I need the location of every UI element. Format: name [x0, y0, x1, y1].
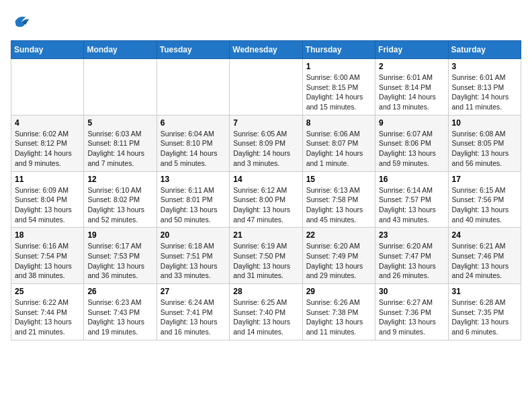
day-info: Sunrise: 6:26 AM Sunset: 7:38 PM Dayligh… [306, 298, 371, 337]
day-number: 27 [161, 287, 226, 296]
day-info: Sunrise: 6:01 AM Sunset: 8:14 PM Dayligh… [379, 73, 444, 112]
calendar-cell: 5Sunrise: 6:03 AM Sunset: 8:11 PM Daylig… [84, 115, 157, 171]
day-info: Sunrise: 6:01 AM Sunset: 8:13 PM Dayligh… [452, 73, 517, 112]
day-number: 6 [161, 118, 226, 128]
day-info: Sunrise: 6:24 AM Sunset: 7:41 PM Dayligh… [161, 298, 226, 337]
day-header-wednesday: Wednesday [230, 41, 302, 59]
calendar-cell: 24Sunrise: 6:21 AM Sunset: 7:46 PM Dayli… [448, 228, 521, 284]
calendar-cell: 27Sunrise: 6:24 AM Sunset: 7:41 PM Dayli… [157, 284, 229, 340]
day-number: 14 [233, 175, 298, 184]
day-info: Sunrise: 6:13 AM Sunset: 7:58 PM Dayligh… [306, 185, 371, 225]
calendar-week-4: 18Sunrise: 6:16 AM Sunset: 7:54 PM Dayli… [11, 228, 521, 284]
calendar-cell: 26Sunrise: 6:23 AM Sunset: 7:43 PM Dayli… [84, 284, 157, 340]
day-info: Sunrise: 6:17 AM Sunset: 7:53 PM Dayligh… [87, 241, 152, 281]
calendar-cell: 4Sunrise: 6:02 AM Sunset: 8:12 PM Daylig… [11, 115, 84, 171]
calendar-cell: 31Sunrise: 6:28 AM Sunset: 7:35 PM Dayli… [448, 284, 521, 340]
day-info: Sunrise: 6:08 AM Sunset: 8:05 PM Dayligh… [452, 129, 517, 169]
day-info: Sunrise: 6:20 AM Sunset: 7:47 PM Dayligh… [379, 241, 444, 281]
day-number: 23 [379, 230, 444, 240]
day-number: 25 [15, 287, 80, 296]
calendar-cell: 8Sunrise: 6:06 AM Sunset: 8:07 PM Daylig… [302, 115, 375, 171]
logo-icon [11, 11, 32, 32]
day-number: 13 [161, 175, 226, 184]
calendar-cell [11, 59, 84, 116]
day-header-saturday: Saturday [448, 41, 521, 59]
calendar-cell: 30Sunrise: 6:27 AM Sunset: 7:36 PM Dayli… [375, 284, 448, 340]
day-info: Sunrise: 6:00 AM Sunset: 8:15 PM Dayligh… [306, 73, 371, 112]
day-number: 11 [15, 175, 80, 184]
day-number: 10 [452, 118, 517, 128]
day-number: 5 [87, 118, 152, 128]
day-number: 17 [452, 175, 517, 184]
day-number: 7 [233, 118, 298, 128]
calendar-cell: 12Sunrise: 6:10 AM Sunset: 8:02 PM Dayli… [84, 171, 157, 228]
day-number: 26 [87, 287, 152, 296]
calendar-cell: 3Sunrise: 6:01 AM Sunset: 8:13 PM Daylig… [448, 59, 521, 116]
day-number: 29 [306, 287, 371, 296]
calendar-cell: 6Sunrise: 6:04 AM Sunset: 8:10 PM Daylig… [157, 115, 229, 171]
day-info: Sunrise: 6:05 AM Sunset: 8:09 PM Dayligh… [233, 129, 298, 169]
day-info: Sunrise: 6:28 AM Sunset: 7:35 PM Dayligh… [452, 298, 517, 337]
calendar-cell: 13Sunrise: 6:11 AM Sunset: 8:01 PM Dayli… [157, 171, 229, 228]
calendar-cell: 1Sunrise: 6:00 AM Sunset: 8:15 PM Daylig… [302, 59, 375, 116]
day-number: 16 [379, 175, 444, 184]
day-header-sunday: Sunday [11, 41, 84, 59]
day-number: 31 [452, 287, 517, 296]
calendar-header-row: SundayMondayTuesdayWednesdayThursdayFrid… [11, 41, 521, 59]
calendar-cell: 17Sunrise: 6:15 AM Sunset: 7:56 PM Dayli… [448, 171, 521, 228]
day-info: Sunrise: 6:03 AM Sunset: 8:11 PM Dayligh… [87, 129, 152, 169]
day-number: 21 [233, 230, 298, 240]
day-number: 20 [161, 230, 226, 240]
calendar-table: SundayMondayTuesdayWednesdayThursdayFrid… [11, 40, 521, 340]
day-number: 1 [306, 62, 371, 71]
calendar-week-3: 11Sunrise: 6:09 AM Sunset: 8:04 PM Dayli… [11, 171, 521, 228]
day-header-tuesday: Tuesday [157, 41, 229, 59]
calendar-week-1: 1Sunrise: 6:00 AM Sunset: 8:15 PM Daylig… [11, 59, 521, 116]
calendar-cell: 10Sunrise: 6:08 AM Sunset: 8:05 PM Dayli… [448, 115, 521, 171]
day-info: Sunrise: 6:09 AM Sunset: 8:04 PM Dayligh… [15, 185, 80, 225]
calendar-week-5: 25Sunrise: 6:22 AM Sunset: 7:44 PM Dayli… [11, 284, 521, 340]
day-info: Sunrise: 6:07 AM Sunset: 8:06 PM Dayligh… [379, 129, 444, 169]
day-info: Sunrise: 6:18 AM Sunset: 7:51 PM Dayligh… [161, 241, 226, 281]
day-number: 18 [15, 230, 80, 240]
calendar-cell: 21Sunrise: 6:19 AM Sunset: 7:50 PM Dayli… [230, 228, 302, 284]
logo [11, 11, 35, 32]
calendar-week-2: 4Sunrise: 6:02 AM Sunset: 8:12 PM Daylig… [11, 115, 521, 171]
day-info: Sunrise: 6:27 AM Sunset: 7:36 PM Dayligh… [379, 298, 444, 337]
day-number: 15 [306, 175, 371, 184]
day-number: 19 [87, 230, 152, 240]
calendar-cell: 22Sunrise: 6:20 AM Sunset: 7:49 PM Dayli… [302, 228, 375, 284]
calendar-cell: 25Sunrise: 6:22 AM Sunset: 7:44 PM Dayli… [11, 284, 84, 340]
calendar-cell: 2Sunrise: 6:01 AM Sunset: 8:14 PM Daylig… [375, 59, 448, 116]
day-header-thursday: Thursday [302, 41, 375, 59]
calendar-cell: 16Sunrise: 6:14 AM Sunset: 7:57 PM Dayli… [375, 171, 448, 228]
day-number: 9 [379, 118, 444, 128]
calendar-cell: 14Sunrise: 6:12 AM Sunset: 8:00 PM Dayli… [230, 171, 302, 228]
day-info: Sunrise: 6:12 AM Sunset: 8:00 PM Dayligh… [233, 185, 298, 225]
day-info: Sunrise: 6:20 AM Sunset: 7:49 PM Dayligh… [306, 241, 371, 281]
day-info: Sunrise: 6:04 AM Sunset: 8:10 PM Dayligh… [161, 129, 226, 169]
day-number: 28 [233, 287, 298, 296]
day-info: Sunrise: 6:15 AM Sunset: 7:56 PM Dayligh… [452, 185, 517, 225]
day-number: 24 [452, 230, 517, 240]
day-number: 2 [379, 62, 444, 71]
day-number: 22 [306, 230, 371, 240]
day-number: 12 [87, 175, 152, 184]
day-info: Sunrise: 6:19 AM Sunset: 7:50 PM Dayligh… [233, 241, 298, 281]
day-info: Sunrise: 6:14 AM Sunset: 7:57 PM Dayligh… [379, 185, 444, 225]
day-info: Sunrise: 6:22 AM Sunset: 7:44 PM Dayligh… [15, 298, 80, 337]
page-header [11, 11, 521, 32]
day-info: Sunrise: 6:11 AM Sunset: 8:01 PM Dayligh… [161, 185, 226, 225]
calendar-cell: 18Sunrise: 6:16 AM Sunset: 7:54 PM Dayli… [11, 228, 84, 284]
day-header-friday: Friday [375, 41, 448, 59]
calendar-cell: 19Sunrise: 6:17 AM Sunset: 7:53 PM Dayli… [84, 228, 157, 284]
calendar-cell: 9Sunrise: 6:07 AM Sunset: 8:06 PM Daylig… [375, 115, 448, 171]
calendar-cell: 15Sunrise: 6:13 AM Sunset: 7:58 PM Dayli… [302, 171, 375, 228]
calendar-cell: 7Sunrise: 6:05 AM Sunset: 8:09 PM Daylig… [230, 115, 302, 171]
day-number: 3 [452, 62, 517, 71]
day-number: 30 [379, 287, 444, 296]
day-info: Sunrise: 6:21 AM Sunset: 7:46 PM Dayligh… [452, 241, 517, 281]
day-info: Sunrise: 6:10 AM Sunset: 8:02 PM Dayligh… [87, 185, 152, 225]
calendar-cell: 28Sunrise: 6:25 AM Sunset: 7:40 PM Dayli… [230, 284, 302, 340]
calendar-cell [157, 59, 229, 116]
